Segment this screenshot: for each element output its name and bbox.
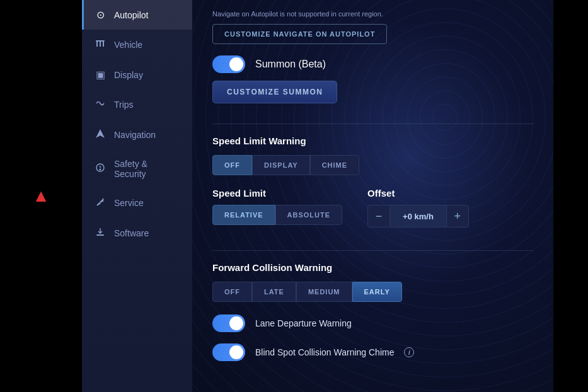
blind-spot-label: Blind Spot Collision Warning Chime <box>255 347 394 357</box>
fcw-off-button[interactable]: OFF <box>212 282 252 302</box>
offset-group: Offset − +0 km/h + <box>367 188 469 228</box>
svg-rect-9 <box>96 234 104 236</box>
svg-rect-2 <box>103 42 104 47</box>
speed-limit-warning-group: OFF DISPLAY CHIME <box>212 155 533 175</box>
display-icon: ▣ <box>94 69 107 81</box>
autopilot-section: Navigate on Autopilot is not supported i… <box>212 10 533 361</box>
summon-toggle-knob <box>229 57 243 71</box>
divider-2 <box>212 250 533 251</box>
navigation-icon <box>94 129 107 141</box>
customize-nav-autopilot-button[interactable]: CUSTOMIZE NAVIGATE ON AUTOPILOT <box>212 24 387 44</box>
sidebar-item-vehicle[interactable]: Vehicle <box>82 30 192 60</box>
lane-departure-toggle[interactable] <box>212 314 245 332</box>
trips-icon <box>94 98 107 111</box>
svg-rect-3 <box>96 40 105 42</box>
blind-spot-toggle[interactable] <box>212 343 245 361</box>
sidebar-label-software: Software <box>114 228 149 238</box>
sidebar-label-navigation: Navigation <box>114 130 156 140</box>
lane-departure-label: Lane Departure Warning <box>255 318 352 328</box>
summon-toggle[interactable] <box>212 55 245 73</box>
sidebar-label-service: Service <box>114 198 144 208</box>
fcw-group: OFF LATE MEDIUM EARLY <box>212 282 533 302</box>
svg-marker-4 <box>96 129 105 138</box>
blind-spot-info-icon[interactable]: i <box>404 347 414 357</box>
slw-display-button[interactable]: DISPLAY <box>252 155 310 175</box>
sidebar: ⊙ Autopilot Vehicle ▣ Display Trips Navi… <box>82 0 192 392</box>
slw-off-button[interactable]: OFF <box>212 155 252 175</box>
sidebar-item-autopilot[interactable]: ⊙ Autopilot <box>82 0 192 30</box>
speed-limit-title: Speed Limit <box>212 188 342 199</box>
sidebar-item-display[interactable]: ▣ Display <box>82 60 192 89</box>
sidebar-label-safety: Safety &Security <box>114 159 147 179</box>
blind-spot-row: Blind Spot Collision Warning Chime i <box>212 343 533 361</box>
sidebar-label-trips: Trips <box>114 100 134 110</box>
summon-label: Summon (Beta) <box>255 59 326 70</box>
sidebar-label-autopilot: Autopilot <box>114 10 148 20</box>
svg-rect-1 <box>100 42 101 47</box>
sidebar-item-trips[interactable]: Trips <box>82 89 192 120</box>
customize-summon-button[interactable]: CUSTOMIZE SUMMON <box>212 81 337 103</box>
sidebar-label-display: Display <box>114 70 143 80</box>
slw-chime-button[interactable]: CHIME <box>310 155 359 175</box>
sidebar-item-service[interactable]: Service <box>82 188 192 218</box>
safety-icon <box>94 163 107 175</box>
warning-icon: ▲ <box>32 186 50 206</box>
fcw-early-button[interactable]: EARLY <box>352 282 402 302</box>
lane-departure-knob <box>229 316 243 330</box>
lane-departure-row: Lane Departure Warning <box>212 314 533 332</box>
speed-limit-row: Speed Limit RELATIVE ABSOLUTE Offset − +… <box>212 188 533 238</box>
sidebar-item-navigation[interactable]: Navigation <box>82 120 192 150</box>
speed-limit-warning-title: Speed Limit Warning <box>212 135 533 146</box>
sidebar-item-safety[interactable]: Safety &Security <box>82 150 192 188</box>
right-edge <box>553 0 588 392</box>
fcw-late-button[interactable]: LATE <box>252 282 296 302</box>
fcw-title: Forward Collision Warning <box>212 262 533 273</box>
vehicle-icon <box>94 38 107 51</box>
blind-spot-knob <box>229 345 243 359</box>
fcw-medium-button[interactable]: MEDIUM <box>296 282 352 302</box>
svg-point-7 <box>100 169 101 170</box>
nav-autopilot-notice: Navigate on Autopilot is not supported i… <box>212 10 533 18</box>
offset-control: − +0 km/h + <box>367 205 469 228</box>
sidebar-label-vehicle: Vehicle <box>114 40 142 50</box>
offset-plus-button[interactable]: + <box>446 205 469 228</box>
sl-absolute-button[interactable]: ABSOLUTE <box>275 205 343 225</box>
main-content: Navigate on Autopilot is not supported i… <box>192 0 553 392</box>
divider-1 <box>212 124 533 124</box>
left-edge: ▲ <box>0 0 82 392</box>
svg-rect-0 <box>96 42 98 47</box>
offset-minus-button[interactable]: − <box>367 205 390 228</box>
speed-limit-warning-section: Speed Limit Warning OFF DISPLAY CHIME <box>212 135 533 175</box>
offset-title: Offset <box>367 188 469 199</box>
service-icon <box>94 197 107 209</box>
offset-value: +0 km/h <box>390 205 446 228</box>
speed-limit-group: Speed Limit RELATIVE ABSOLUTE <box>212 188 342 238</box>
speed-limit-type-group: RELATIVE ABSOLUTE <box>212 205 342 225</box>
sl-relative-button[interactable]: RELATIVE <box>212 205 275 225</box>
autopilot-icon: ⊙ <box>94 9 107 21</box>
summon-row: Summon (Beta) <box>212 55 533 73</box>
software-icon <box>94 227 107 239</box>
fcw-section: Forward Collision Warning OFF LATE MEDIU… <box>212 262 533 302</box>
sidebar-item-software[interactable]: Software <box>82 218 192 248</box>
